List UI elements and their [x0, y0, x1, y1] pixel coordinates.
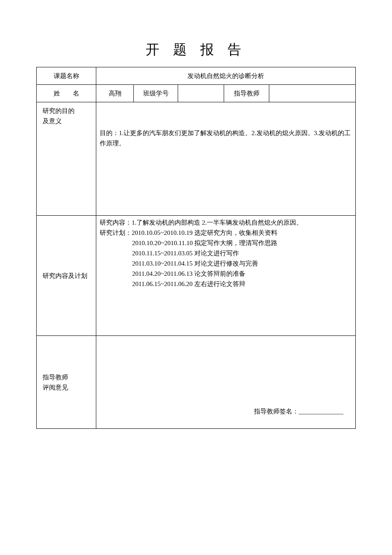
- goal-text: 目的：1.让更多的汽车朋友们更加了解发动机的构造。2.发动机的熄火原因。3.发动…: [100, 128, 352, 148]
- value-topic-title: 发动机自然熄火的诊断分析: [96, 67, 356, 85]
- value-advisor-opinion: 指导教师签名：______________: [96, 336, 356, 429]
- label-topic-name: 课题名称: [37, 67, 96, 85]
- document-title: 开 题 报 告: [36, 40, 356, 59]
- signature-line: 指导教师签名：______________: [254, 406, 343, 416]
- plan-line-7: 2011.06.15~2011.06.20 左右进行论文答辩: [132, 279, 352, 289]
- label-advisor: 指导教师: [224, 85, 269, 102]
- label-class-no: 班级学号: [134, 85, 178, 102]
- plan-line-3: 2010.10.20~2010.11.10 拟定写作大纲，理清写作思路: [132, 238, 352, 248]
- plan-line-2: 研究计划：2010.10.05~2010.10.19 选定研究方向，收集相关资料: [100, 228, 352, 238]
- value-research-goal: 目的：1.让更多的汽车朋友们更加了解发动机的构造。2.发动机的熄火原因。3.发动…: [96, 102, 356, 216]
- signature-label: 指导教师签名：: [254, 408, 299, 415]
- label-research-plan: 研究内容及计划: [37, 216, 96, 336]
- plan-line-4: 2010.11.15~2011.03.05 对论文进行写作: [132, 248, 352, 258]
- label-student-name: 姓 名: [37, 85, 96, 102]
- value-advisor: [269, 85, 356, 102]
- value-class-no: [178, 85, 224, 102]
- label-research-goal: 研究的目的及意义: [37, 102, 96, 216]
- report-table: 课题名称 发动机自然熄火的诊断分析 姓 名 高翔 班级学号 指导教师 研究的目的…: [36, 67, 356, 429]
- plan-line-1: 研究内容：1.了解发动机的内部构造 2.一半车辆发动机自然熄火的原因。: [100, 217, 352, 228]
- plan-line-6: 2011.04.20~2011.06.13 论文答辩前的准备: [132, 269, 352, 279]
- plan-line-5: 2011.03.10~2011.04.15 对论文进行修改与完善: [132, 258, 352, 269]
- label-advisor-opinion: 指导教师评阅意见: [37, 336, 96, 429]
- value-research-plan: 研究内容：1.了解发动机的内部构造 2.一半车辆发动机自然熄火的原因。 研究计划…: [96, 216, 356, 336]
- signature-blank: ______________: [299, 408, 343, 415]
- value-student-name: 高翔: [96, 85, 134, 102]
